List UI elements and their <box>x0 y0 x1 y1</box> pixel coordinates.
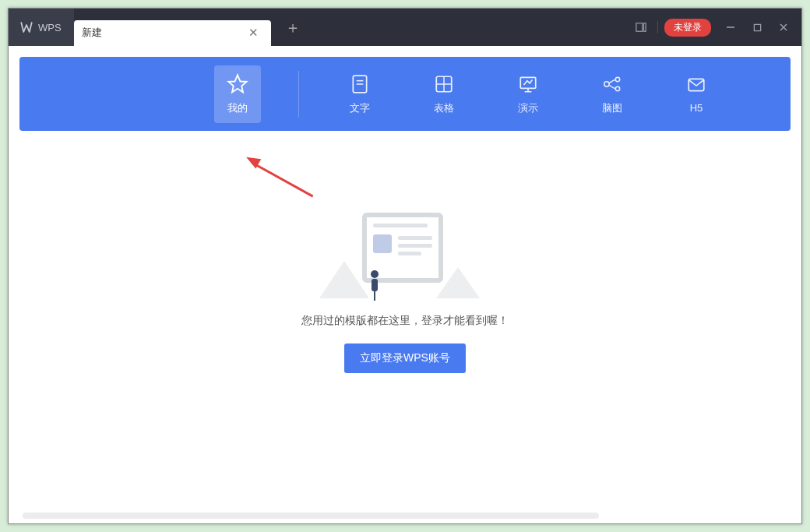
svg-point-15 <box>604 81 609 86</box>
empty-message: 您用过的模版都在这里，登录才能看到喔！ <box>301 314 509 328</box>
envelope-icon <box>685 74 707 96</box>
login-status-button[interactable]: 未登录 <box>664 19 711 37</box>
category-label: 演示 <box>518 101 538 115</box>
category-mindmap[interactable]: 脑图 <box>589 65 636 123</box>
svg-rect-12 <box>520 77 536 88</box>
empty-state: 您用过的模版都在这里，登录才能看到喔！ 立即登录WPS账号 <box>19 213 791 373</box>
category-sheet[interactable]: 表格 <box>421 65 467 123</box>
close-icon[interactable]: ✕ <box>244 24 263 41</box>
category-bar: 我的 文字 表格 演示 <box>19 57 791 131</box>
minimize-icon[interactable] <box>720 19 741 35</box>
star-icon <box>227 73 248 95</box>
app-window: WPS 新建 ✕ ＋ 未登录 <box>8 8 802 524</box>
category-h5[interactable]: H5 <box>673 66 720 122</box>
svg-point-17 <box>615 86 619 90</box>
category-label: 脑图 <box>602 101 622 115</box>
brand-label: WPS <box>38 22 62 33</box>
wps-logo-icon <box>19 20 33 34</box>
separator <box>298 71 299 118</box>
new-tab-button[interactable]: ＋ <box>271 17 315 38</box>
svg-rect-0 <box>636 23 643 32</box>
category-writer[interactable]: 文字 <box>336 65 383 123</box>
close-window-icon[interactable] <box>773 19 794 35</box>
content-area: 我的 文字 表格 演示 <box>9 46 801 523</box>
window-controls: 未登录 <box>631 9 801 46</box>
side-panel-icon[interactable] <box>631 19 651 35</box>
category-label: 表格 <box>434 101 454 115</box>
mindmap-icon <box>601 73 623 95</box>
presentation-icon <box>517 73 539 95</box>
tab-new[interactable]: 新建 ✕ <box>74 20 271 46</box>
category-label: 我的 <box>227 101 248 115</box>
empty-illustration <box>335 213 475 298</box>
separator <box>657 21 658 33</box>
grid-icon <box>433 73 455 95</box>
category-label: 文字 <box>350 101 370 115</box>
brand-tab[interactable]: WPS <box>9 9 74 46</box>
category-label: H5 <box>690 102 703 114</box>
titlebar: WPS 新建 ✕ ＋ 未登录 <box>9 9 801 46</box>
document-icon <box>349 73 371 95</box>
svg-rect-3 <box>754 24 760 30</box>
annotation-arrow <box>252 161 322 164</box>
login-button[interactable]: 立即登录WPS账号 <box>344 344 466 373</box>
svg-rect-1 <box>644 23 646 32</box>
maximize-icon[interactable] <box>747 19 767 35</box>
svg-point-16 <box>615 77 619 81</box>
category-slides[interactable]: 演示 <box>505 65 551 123</box>
svg-rect-18 <box>688 79 704 90</box>
tab-title: 新建 <box>82 26 102 40</box>
horizontal-scrollbar[interactable] <box>23 513 599 519</box>
category-mine[interactable]: 我的 <box>214 65 261 123</box>
